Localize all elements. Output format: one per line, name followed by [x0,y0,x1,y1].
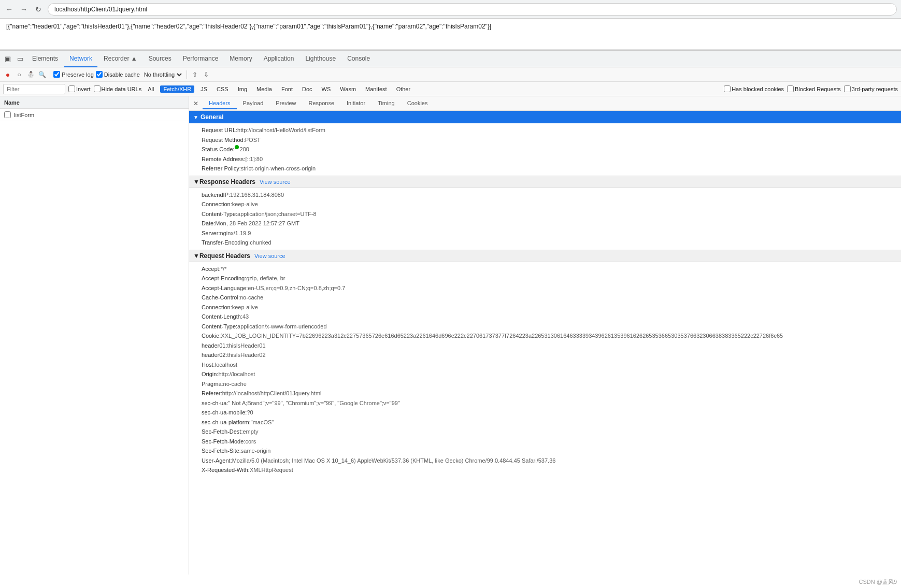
panel-tab-payload[interactable]: Payload [237,98,270,109]
general-val-2: 200 [240,145,249,154]
general-arrow: ▼ [193,114,198,120]
url-bar[interactable]: localhost/httpClient/01Jquery.html [48,3,897,16]
throttle-select[interactable]: No throttling [142,71,183,78]
tab-memory[interactable]: Memory [224,51,257,67]
forward-button[interactable]: → [19,4,29,15]
blocked-requests-label[interactable]: Blocked Requests [787,85,841,92]
req-key-9: header02: [202,351,227,360]
tab-console[interactable]: Console [342,51,375,67]
req-key-11: Origin: [202,370,218,379]
tab-elements[interactable]: Elements [27,51,63,67]
panel-tab-cookies[interactable]: Cookies [401,98,434,109]
page-content: [{"name":"header01","age":"thisIsHeader0… [0,19,901,50]
filter-ws-btn[interactable]: WS [319,85,334,93]
invert-checkbox-label[interactable]: Invert [68,85,91,92]
req-row-22 [189,475,901,484]
hide-data-checkbox[interactable] [94,85,101,92]
filter-img-btn[interactable]: Img [235,85,250,93]
req-key-5: Content-Length: [202,312,242,321]
general-row-1: Request Method: POST [189,135,901,145]
response-headers-title: Response Headers [199,178,255,185]
req-row-19: Sec-Fetch-Site: same-origin [189,446,901,456]
general-val-4: strict-origin-when-cross-origin [241,164,316,173]
panel-tab-response[interactable]: Response [302,98,340,109]
list-item-checkbox[interactable] [4,111,11,118]
preserve-log-checkbox-label[interactable]: Preserve log [53,71,94,78]
filter-wasm-btn[interactable]: Wasm [337,85,359,93]
filter-input[interactable] [3,84,65,94]
clear-button[interactable]: ○ [15,70,24,79]
panel-tab-initiator[interactable]: Initiator [340,98,371,109]
req-row-1: Accept-Encoding: gzip, deflate, br [189,274,901,283]
filter-icon-button[interactable]: ⛄ [26,70,35,79]
general-row-2: Status Code: 200 [189,145,901,154]
panel-close-button[interactable]: ✕ [189,98,203,109]
request-headers-view-source[interactable]: View source [254,253,285,259]
req-val-4: keep-alive [232,303,258,312]
record-button[interactable]: ● [3,70,12,79]
filter-js-btn[interactable]: JS [197,85,210,93]
headers-content: ▼ General Request URL: http://localhost/… [189,111,901,486]
general-section-header[interactable]: ▼ General [189,111,901,123]
panel-tab-headers[interactable]: Headers [203,98,237,109]
resp-row-2: Content-Type: application/json;charset=U… [189,209,901,219]
search-button[interactable]: 🔍 [37,70,47,79]
panel-tab-timing[interactable]: Timing [371,98,401,109]
import-button[interactable]: ⇧ [190,70,199,79]
req-row-21: X-Requested-With: XMLHttpRequest [189,465,901,475]
filter-fetchxhr-btn[interactable]: Fetch/XHR [160,85,194,93]
resp-row-5: Transfer-Encoding: chunked [189,238,901,248]
req-val-11: http://localhost [218,370,255,379]
filter-other-btn[interactable]: Other [393,85,414,93]
back-button[interactable]: ← [4,4,15,15]
request-headers-title: Request Headers [199,252,250,260]
req-row-4: Connection: keep-alive [189,303,901,312]
filter-media-btn[interactable]: Media [253,85,275,93]
req-key-13: Referer: [202,389,222,398]
general-val-0: http://localhost/HelloWorld/listForm [237,126,325,135]
devtools-device-icon[interactable]: ▭ [15,53,26,65]
response-headers-section-header[interactable]: ▼ Response Headers View source [189,176,901,188]
disable-cache-checkbox[interactable] [96,71,103,78]
req-val-1: gzip, deflate, br [246,274,285,283]
reload-button[interactable]: ↻ [33,4,44,15]
third-party-label[interactable]: 3rd-party requests [844,85,898,92]
req-key-21: X-Requested-With: [202,466,250,475]
resp-key-4: Server: [202,229,220,238]
hide-data-checkbox-label[interactable]: Hide data URLs [94,85,142,92]
invert-checkbox[interactable] [68,85,75,92]
request-headers-section-header[interactable]: ▼ Request Headers View source [189,250,901,262]
req-row-13: Referer: http://localhost/httpClient/01J… [189,389,901,398]
resp-val-4: nginx/1.19.9 [220,229,251,238]
tab-lighthouse[interactable]: Lighthouse [300,51,341,67]
tab-recorder[interactable]: Recorder ▲ [98,51,142,67]
filter-css-btn[interactable]: CSS [213,85,232,93]
export-button[interactable]: ⇩ [202,70,211,79]
preserve-log-checkbox[interactable] [53,71,60,78]
filter-manifest-btn[interactable]: Manifest [362,85,390,93]
response-headers-view-source[interactable]: View source [260,179,291,185]
tab-network[interactable]: Network [64,51,97,67]
disable-cache-checkbox-label[interactable]: Disable cache [96,71,140,78]
devtools-inspect-icon[interactable]: ▣ [2,53,13,65]
panel-tab-preview[interactable]: Preview [269,98,302,109]
tab-performance[interactable]: Performance [178,51,224,67]
third-party-checkbox[interactable] [844,85,851,92]
req-val-10: localhost [215,361,237,369]
has-blocked-checkbox[interactable] [724,85,731,92]
has-blocked-label[interactable]: Has blocked cookies [724,85,784,92]
filter-font-btn[interactable]: Font [278,85,296,93]
resp-val-1: keep-alive [232,200,258,209]
filter-all-btn[interactable]: All [145,85,157,93]
tab-sources[interactable]: Sources [144,51,177,67]
blocked-requests-checkbox[interactable] [787,85,794,92]
filter-doc-btn[interactable]: Doc [299,85,316,93]
req-key-3: Cache-Control: [202,293,240,302]
list-item[interactable]: listForm [0,109,189,121]
separator2 [187,70,187,79]
tab-application[interactable]: Application [259,51,299,67]
has-blocked-text: Has blocked cookies [732,86,784,92]
req-row-12: Pragma: no-cache [189,379,901,389]
resp-key-5: Transfer-Encoding: [202,238,250,247]
resp-key-3: Date: [202,219,215,228]
